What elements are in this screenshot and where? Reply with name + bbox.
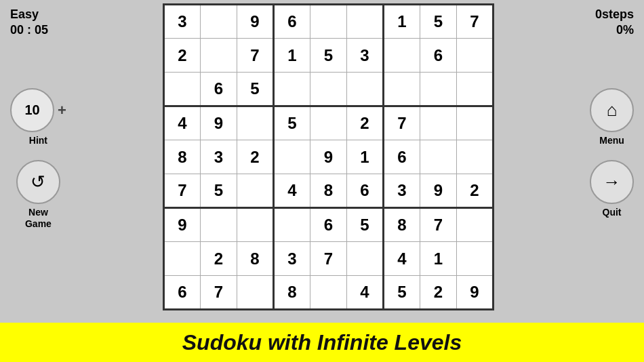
table-row[interactable]: 9 — [237, 5, 274, 39]
table-row[interactable] — [420, 73, 457, 106]
table-row[interactable]: 7 — [310, 242, 347, 276]
table-row[interactable] — [237, 276, 274, 310]
menu-button[interactable]: ⌂ — [590, 88, 634, 132]
table-row[interactable]: 2 — [420, 276, 457, 310]
table-row[interactable] — [310, 5, 347, 39]
table-row[interactable] — [274, 208, 310, 242]
table-row[interactable]: 3 — [384, 174, 420, 208]
new-game-button[interactable]: ↺ — [16, 160, 60, 204]
new-game-group: ↺ NewGame — [16, 160, 60, 230]
table-row[interactable]: 4 — [164, 106, 201, 140]
table-row[interactable] — [237, 208, 274, 242]
table-row[interactable]: 9 — [420, 174, 457, 208]
sudoku-grid: 3961572715366549527832916754863929658728… — [163, 3, 494, 310]
table-row[interactable] — [310, 73, 347, 106]
table-row[interactable] — [237, 174, 274, 208]
table-row[interactable]: 8 — [237, 242, 274, 276]
table-row[interactable]: 6 — [420, 39, 457, 73]
table-row[interactable] — [457, 73, 494, 106]
table-row[interactable]: 7 — [201, 276, 237, 310]
table-row[interactable]: 5 — [310, 39, 347, 73]
table-row[interactable]: 3 — [347, 39, 384, 73]
table-row[interactable]: 9 — [310, 140, 347, 174]
table-row[interactable]: 2 — [201, 242, 237, 276]
table-row[interactable]: 2 — [347, 106, 384, 140]
progress-label: 0% — [595, 22, 634, 38]
hint-plus-icon[interactable]: + — [58, 102, 66, 119]
table-row[interactable]: 2 — [164, 39, 201, 73]
table-row[interactable] — [384, 39, 420, 73]
table-row[interactable] — [310, 106, 347, 140]
table-row[interactable]: 1 — [384, 5, 420, 39]
table-row[interactable]: 1 — [420, 242, 457, 276]
table-row[interactable]: 6 — [310, 208, 347, 242]
hint-button[interactable]: 10 — [10, 88, 54, 132]
table-row[interactable]: 4 — [384, 242, 420, 276]
quit-button[interactable]: → — [590, 160, 634, 204]
table-row[interactable]: 8 — [164, 140, 201, 174]
table-row[interactable]: 5 — [274, 106, 310, 140]
menu-label: Menu — [599, 135, 624, 146]
table-row[interactable]: 8 — [310, 174, 347, 208]
table-row[interactable] — [201, 208, 237, 242]
table-row[interactable] — [457, 39, 494, 73]
table-row[interactable]: 5 — [237, 73, 274, 106]
table-row[interactable]: 9 — [164, 208, 201, 242]
table-row[interactable] — [274, 73, 310, 106]
quit-label: Quit — [603, 207, 622, 218]
table-row[interactable] — [201, 5, 237, 39]
table-row[interactable] — [420, 140, 457, 174]
table-row[interactable]: 5 — [384, 276, 420, 310]
table-row[interactable]: 1 — [274, 39, 310, 73]
table-row[interactable] — [310, 276, 347, 310]
table-row[interactable]: 9 — [457, 276, 494, 310]
table-row[interactable]: 6 — [201, 73, 237, 106]
table-row[interactable] — [384, 73, 420, 106]
table-row[interactable]: 7 — [164, 174, 201, 208]
table-row[interactable]: 4 — [274, 174, 310, 208]
table-row[interactable] — [420, 106, 457, 140]
table-row[interactable]: 1 — [347, 140, 384, 174]
hint-button-row: 10 + — [10, 88, 66, 132]
sidebar-left: 10 + Hint ↺ NewGame — [10, 88, 66, 229]
table-row[interactable]: 2 — [457, 174, 494, 208]
game-info-left: Easy 00 : 05 — [10, 7, 48, 39]
table-row[interactable]: 7 — [420, 208, 457, 242]
table-row[interactable] — [237, 106, 274, 140]
table-row[interactable] — [457, 242, 494, 276]
table-row[interactable]: 4 — [347, 276, 384, 310]
new-game-label: NewGame — [25, 207, 52, 230]
table-row[interactable]: 5 — [347, 208, 384, 242]
table-row[interactable] — [457, 208, 494, 242]
table-row[interactable]: 8 — [274, 276, 310, 310]
table-row[interactable]: 5 — [201, 174, 237, 208]
difficulty-label: Easy — [10, 7, 48, 22]
table-row[interactable]: 6 — [384, 140, 420, 174]
table-row[interactable] — [274, 140, 310, 174]
steps-label: 0steps — [595, 7, 634, 22]
table-row[interactable] — [457, 140, 494, 174]
table-row[interactable]: 5 — [420, 5, 457, 39]
table-row[interactable]: 3 — [201, 140, 237, 174]
table-row[interactable] — [347, 5, 384, 39]
table-row[interactable]: 2 — [237, 140, 274, 174]
table-row[interactable]: 7 — [457, 5, 494, 39]
table-row[interactable] — [457, 106, 494, 140]
table-row[interactable]: 7 — [237, 39, 274, 73]
table-row[interactable] — [347, 242, 384, 276]
table-row[interactable] — [164, 242, 201, 276]
table-row[interactable]: 3 — [274, 242, 310, 276]
table-row[interactable]: 6 — [347, 174, 384, 208]
menu-group: ⌂ Menu — [590, 88, 634, 146]
table-row[interactable]: 6 — [164, 276, 201, 310]
table-row[interactable] — [201, 39, 237, 73]
table-row[interactable] — [347, 73, 384, 106]
table-row[interactable]: 6 — [274, 5, 310, 39]
table-row[interactable]: 9 — [201, 106, 237, 140]
table-row[interactable]: 3 — [164, 5, 201, 39]
table-row[interactable]: 7 — [384, 106, 420, 140]
timer-display: 00 : 05 — [10, 22, 48, 38]
table-row[interactable]: 8 — [384, 208, 420, 242]
sidebar-right: ⌂ Menu → Quit — [590, 88, 634, 218]
table-row[interactable] — [164, 73, 201, 106]
